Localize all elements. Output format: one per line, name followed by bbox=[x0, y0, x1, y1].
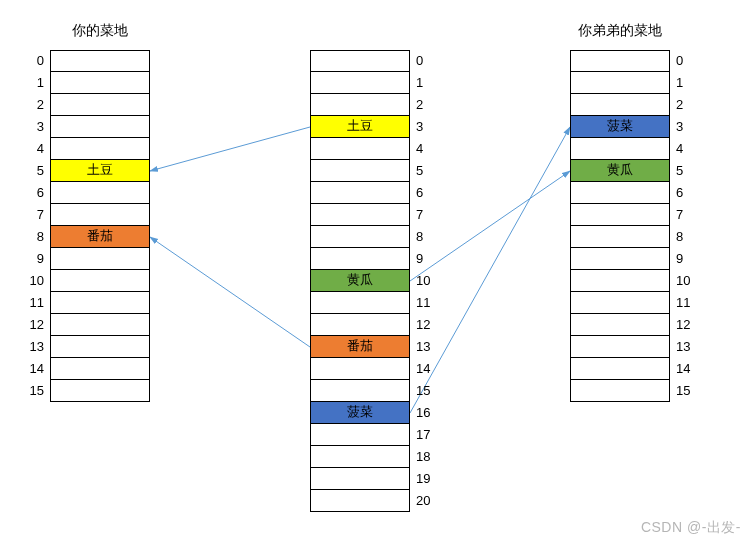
row-label-left-13: 13 bbox=[20, 336, 44, 358]
column-middle: 土豆黄瓜番茄菠菜 bbox=[310, 50, 410, 512]
row-label-middle-6: 6 bbox=[416, 182, 440, 204]
cell-left-9 bbox=[50, 248, 150, 270]
row-label-right-15: 15 bbox=[676, 380, 700, 402]
cell-left-15 bbox=[50, 380, 150, 402]
row-label-left-3: 3 bbox=[20, 116, 44, 138]
cell-middle-19 bbox=[310, 468, 410, 490]
row-label-left-9: 9 bbox=[20, 248, 44, 270]
row-label-right-2: 2 bbox=[676, 94, 700, 116]
row-label-right-9: 9 bbox=[676, 248, 700, 270]
cell-right-0 bbox=[570, 50, 670, 72]
row-label-right-4: 4 bbox=[676, 138, 700, 160]
row-label-left-15: 15 bbox=[20, 380, 44, 402]
row-label-middle-8: 8 bbox=[416, 226, 440, 248]
row-label-left-14: 14 bbox=[20, 358, 44, 380]
cell-middle-1 bbox=[310, 72, 410, 94]
cell-middle-2 bbox=[310, 94, 410, 116]
row-label-left-4: 4 bbox=[20, 138, 44, 160]
cell-left-5: 土豆 bbox=[50, 160, 150, 182]
cell-middle-4 bbox=[310, 138, 410, 160]
cell-middle-0 bbox=[310, 50, 410, 72]
cell-right-3: 菠菜 bbox=[570, 116, 670, 138]
cell-left-1 bbox=[50, 72, 150, 94]
row-label-right-0: 0 bbox=[676, 50, 700, 72]
row-label-middle-13: 13 bbox=[416, 336, 440, 358]
cell-left-13 bbox=[50, 336, 150, 358]
column-left: 土豆番茄 bbox=[50, 50, 150, 402]
title-left: 你的菜地 bbox=[40, 22, 160, 40]
cell-left-3 bbox=[50, 116, 150, 138]
cell-middle-16: 菠菜 bbox=[310, 402, 410, 424]
row-label-left-6: 6 bbox=[20, 182, 44, 204]
cell-left-8: 番茄 bbox=[50, 226, 150, 248]
cell-left-12 bbox=[50, 314, 150, 336]
row-label-left-0: 0 bbox=[20, 50, 44, 72]
row-label-left-10: 10 bbox=[20, 270, 44, 292]
row-label-left-12: 12 bbox=[20, 314, 44, 336]
cell-middle-3: 土豆 bbox=[310, 116, 410, 138]
row-label-left-5: 5 bbox=[20, 160, 44, 182]
row-label-right-3: 3 bbox=[676, 116, 700, 138]
row-label-middle-0: 0 bbox=[416, 50, 440, 72]
cell-right-9 bbox=[570, 248, 670, 270]
cell-right-11 bbox=[570, 292, 670, 314]
cell-middle-7 bbox=[310, 204, 410, 226]
row-label-left-11: 11 bbox=[20, 292, 44, 314]
row-label-middle-5: 5 bbox=[416, 160, 440, 182]
cell-middle-9 bbox=[310, 248, 410, 270]
row-label-middle-14: 14 bbox=[416, 358, 440, 380]
cell-left-11 bbox=[50, 292, 150, 314]
cell-left-4 bbox=[50, 138, 150, 160]
cell-right-10 bbox=[570, 270, 670, 292]
row-label-middle-4: 4 bbox=[416, 138, 440, 160]
row-label-right-7: 7 bbox=[676, 204, 700, 226]
row-label-right-5: 5 bbox=[676, 160, 700, 182]
arrow-0 bbox=[150, 127, 310, 171]
cell-middle-12 bbox=[310, 314, 410, 336]
row-label-right-13: 13 bbox=[676, 336, 700, 358]
cell-right-7 bbox=[570, 204, 670, 226]
row-label-middle-12: 12 bbox=[416, 314, 440, 336]
row-label-middle-19: 19 bbox=[416, 468, 440, 490]
row-label-right-1: 1 bbox=[676, 72, 700, 94]
row-label-left-2: 2 bbox=[20, 94, 44, 116]
row-label-right-11: 11 bbox=[676, 292, 700, 314]
cell-middle-13: 番茄 bbox=[310, 336, 410, 358]
row-label-middle-7: 7 bbox=[416, 204, 440, 226]
cell-middle-14 bbox=[310, 358, 410, 380]
row-label-middle-16: 16 bbox=[416, 402, 440, 424]
cell-right-12 bbox=[570, 314, 670, 336]
watermark: CSDN @-出发- bbox=[641, 519, 741, 537]
row-label-middle-3: 3 bbox=[416, 116, 440, 138]
row-label-middle-20: 20 bbox=[416, 490, 440, 512]
cell-middle-17 bbox=[310, 424, 410, 446]
cell-middle-6 bbox=[310, 182, 410, 204]
cell-right-5: 黄瓜 bbox=[570, 160, 670, 182]
row-label-middle-2: 2 bbox=[416, 94, 440, 116]
cell-left-14 bbox=[50, 358, 150, 380]
row-label-right-6: 6 bbox=[676, 182, 700, 204]
row-label-middle-11: 11 bbox=[416, 292, 440, 314]
cell-left-6 bbox=[50, 182, 150, 204]
row-label-left-1: 1 bbox=[20, 72, 44, 94]
arrow-1 bbox=[150, 237, 310, 347]
cell-middle-11 bbox=[310, 292, 410, 314]
row-label-left-8: 8 bbox=[20, 226, 44, 248]
cell-left-0 bbox=[50, 50, 150, 72]
row-label-right-10: 10 bbox=[676, 270, 700, 292]
cell-right-15 bbox=[570, 380, 670, 402]
row-label-left-7: 7 bbox=[20, 204, 44, 226]
cell-left-10 bbox=[50, 270, 150, 292]
cell-middle-15 bbox=[310, 380, 410, 402]
cell-right-8 bbox=[570, 226, 670, 248]
row-label-right-12: 12 bbox=[676, 314, 700, 336]
row-label-right-8: 8 bbox=[676, 226, 700, 248]
row-label-middle-15: 15 bbox=[416, 380, 440, 402]
cell-middle-5 bbox=[310, 160, 410, 182]
cell-right-6 bbox=[570, 182, 670, 204]
cell-right-14 bbox=[570, 358, 670, 380]
cell-left-2 bbox=[50, 94, 150, 116]
row-label-middle-18: 18 bbox=[416, 446, 440, 468]
cell-right-1 bbox=[570, 72, 670, 94]
cell-middle-18 bbox=[310, 446, 410, 468]
